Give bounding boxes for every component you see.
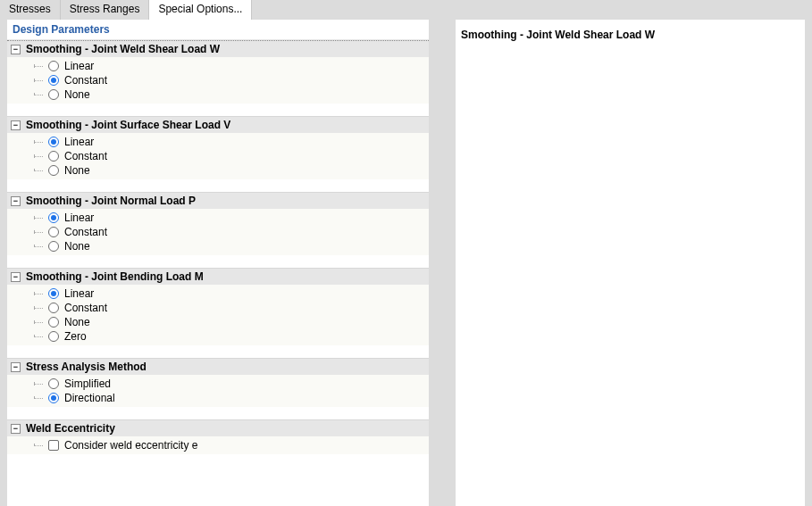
radio-icon[interactable] <box>48 317 59 328</box>
option-row[interactable]: Constant <box>7 225 429 239</box>
content: Design Parameters − Smoothing - Joint We… <box>0 20 812 506</box>
option-row[interactable]: Directional <box>7 391 429 405</box>
option-row[interactable]: Linear <box>7 286 429 301</box>
details-panel: Smoothing - Joint Weld Shear Load W <box>456 20 805 506</box>
collapse-icon[interactable]: − <box>11 362 21 372</box>
collapse-icon[interactable]: − <box>11 196 21 206</box>
radio-icon[interactable] <box>48 288 59 299</box>
radio-icon[interactable] <box>48 241 59 252</box>
option-row[interactable]: None <box>7 163 429 178</box>
collapse-icon[interactable]: − <box>11 45 21 54</box>
radio-icon[interactable] <box>48 89 59 100</box>
option-label: None <box>64 87 90 102</box>
checkbox-icon[interactable] <box>48 440 59 451</box>
spacer <box>7 454 429 506</box>
group-header-stress-method[interactable]: − Stress Analysis Method <box>7 358 429 375</box>
group-title: Smoothing - Joint Bending Load M <box>26 270 204 283</box>
option-row[interactable]: None <box>7 239 429 253</box>
option-label: Constant <box>64 149 107 163</box>
group-options-weld-ecc: Consider weld eccentricity e <box>7 436 429 454</box>
radio-icon[interactable] <box>48 212 59 223</box>
option-row[interactable]: Constant <box>7 73 429 87</box>
collapse-icon[interactable]: − <box>11 120 21 130</box>
group-options-stress-method: Simplified Directional <box>7 375 429 407</box>
collapse-icon[interactable]: − <box>11 272 21 282</box>
option-label: Constant <box>64 225 107 239</box>
option-row[interactable]: None <box>7 315 429 329</box>
option-label: Linear <box>64 211 94 225</box>
radio-icon[interactable] <box>48 75 59 86</box>
option-label: Linear <box>64 135 94 149</box>
option-label: Consider weld eccentricity e <box>64 438 197 452</box>
group-options-smooth-m: Linear Constant None <box>7 285 429 345</box>
option-label: Constant <box>64 301 107 315</box>
spacer <box>7 179 429 192</box>
parameter-tree[interactable]: − Smoothing - Joint Weld Shear Load W Li… <box>7 39 429 506</box>
option-row[interactable]: Linear <box>7 59 429 73</box>
tab-special-options[interactable]: Special Options... <box>149 0 252 20</box>
group-header-smooth-v[interactable]: − Smoothing - Joint Surface Shear Load V <box>7 116 429 133</box>
option-label: None <box>64 315 90 329</box>
radio-icon[interactable] <box>48 165 59 176</box>
group-options-smooth-p: Linear Constant None <box>7 209 429 255</box>
radio-icon[interactable] <box>48 331 59 342</box>
option-row[interactable]: None <box>7 87 429 102</box>
radio-icon[interactable] <box>48 137 59 147</box>
radio-icon[interactable] <box>48 378 59 389</box>
option-row[interactable]: Linear <box>7 211 429 225</box>
group-title: Weld Eccentricity <box>26 422 115 435</box>
spacer <box>7 104 429 116</box>
option-label: Linear <box>64 59 94 73</box>
radio-icon[interactable] <box>48 61 59 71</box>
group-title: Smoothing - Joint Normal Load P <box>26 195 196 207</box>
option-label: Linear <box>64 286 94 301</box>
group-header-smooth-m[interactable]: − Smoothing - Joint Bending Load M <box>7 268 429 285</box>
radio-icon[interactable] <box>48 227 59 237</box>
group-title: Stress Analysis Method <box>26 361 146 373</box>
group-header-weld-ecc[interactable]: − Weld Eccentricity <box>7 419 429 436</box>
tab-bar: Stresses Stress Ranges Special Options..… <box>0 0 812 20</box>
panel-title: Design Parameters <box>7 20 429 39</box>
tab-stresses[interactable]: Stresses <box>0 0 61 20</box>
spacer <box>7 255 429 268</box>
spacer <box>7 407 429 419</box>
option-label: Simplified <box>64 377 111 391</box>
radio-icon[interactable] <box>48 151 59 162</box>
option-row[interactable]: Constant <box>7 149 429 163</box>
option-row[interactable]: Consider weld eccentricity e <box>7 438 429 452</box>
group-title: Smoothing - Joint Weld Shear Load W <box>26 43 220 55</box>
option-label: None <box>64 163 90 178</box>
option-row[interactable]: Constant <box>7 301 429 315</box>
group-options-smooth-v: Linear Constant None <box>7 133 429 179</box>
radio-icon[interactable] <box>48 393 59 403</box>
option-row[interactable]: Zero <box>7 329 429 344</box>
radio-icon[interactable] <box>48 303 59 313</box>
option-label: Constant <box>64 73 107 87</box>
spacer <box>7 345 429 358</box>
parameters-panel: Design Parameters − Smoothing - Joint We… <box>7 20 429 506</box>
option-row[interactable]: Linear <box>7 135 429 149</box>
option-label: Zero <box>64 329 87 344</box>
option-label: None <box>64 239 90 253</box>
tree-inner: − Smoothing - Joint Weld Shear Load W Li… <box>7 40 429 506</box>
group-options-smooth-w: Linear Constant None <box>7 57 429 104</box>
collapse-icon[interactable]: − <box>11 424 21 434</box>
details-title: Smoothing - Joint Weld Shear Load W <box>456 20 805 50</box>
group-header-smooth-w[interactable]: − Smoothing - Joint Weld Shear Load W <box>7 40 429 57</box>
option-row[interactable]: Simplified <box>7 377 429 391</box>
group-header-smooth-p[interactable]: − Smoothing - Joint Normal Load P <box>7 192 429 209</box>
option-label: Directional <box>64 391 115 405</box>
tab-stress-ranges[interactable]: Stress Ranges <box>61 0 150 20</box>
group-title: Smoothing - Joint Surface Shear Load V <box>26 119 230 131</box>
